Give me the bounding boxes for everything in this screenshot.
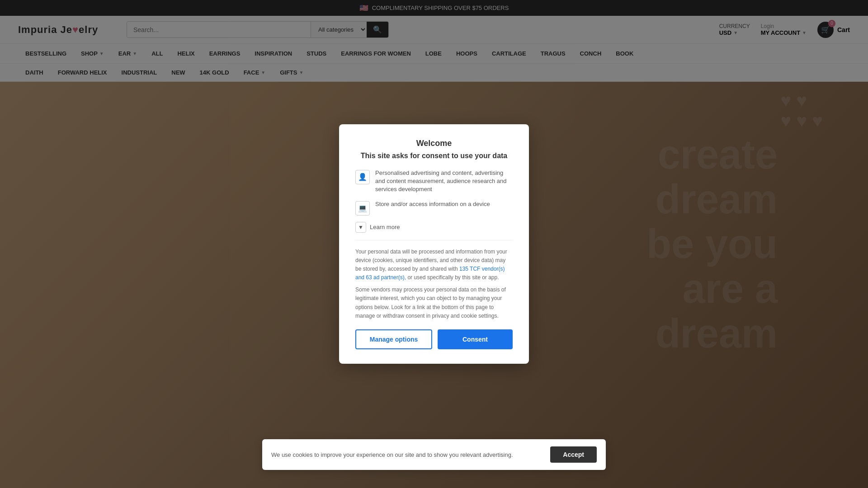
manage-options-button[interactable]: Manage options	[355, 329, 432, 349]
learn-more-chevron-icon: ▼	[355, 222, 366, 233]
modal-subtitle: This site asks for consent to use your d…	[355, 152, 513, 160]
storage-icon: 💻	[355, 201, 370, 216]
modal-body-paragraph-2: Some vendors may process your personal d…	[355, 286, 513, 320]
cookie-banner: We use cookies to improve your experienc…	[262, 439, 606, 470]
cookie-text: We use cookies to improve your experienc…	[271, 451, 541, 458]
learn-more-label: Learn more	[370, 224, 400, 230]
storage-text: Store and/or access information on a dev…	[375, 200, 490, 208]
modal-body-paragraph-1: Your personal data will be processed and…	[355, 248, 513, 282]
advertising-icon: 👤	[355, 170, 370, 184]
consent-item-storage: 💻 Store and/or access information on a d…	[355, 200, 513, 216]
body-text-2: or used specifically by this site or app…	[407, 274, 499, 281]
modal-divider	[355, 240, 513, 240]
learn-more-row[interactable]: ▼ Learn more	[355, 222, 513, 233]
advertising-text: Personalised advertising and content, ad…	[375, 169, 513, 194]
modal-overlay: Welcome This site asks for consent to us…	[0, 0, 868, 488]
modal-actions: Manage options Consent	[355, 329, 513, 349]
accept-button[interactable]: Accept	[550, 446, 597, 463]
consent-modal: Welcome This site asks for consent to us…	[339, 124, 529, 364]
modal-title: Welcome	[355, 139, 513, 148]
consent-button[interactable]: Consent	[438, 329, 513, 349]
consent-item-advertising: 👤 Personalised advertising and content, …	[355, 169, 513, 194]
